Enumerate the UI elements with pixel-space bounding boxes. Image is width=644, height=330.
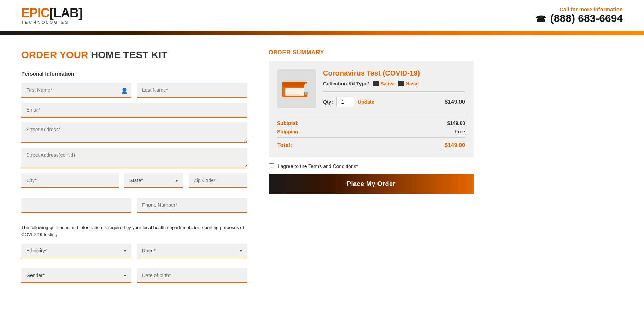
street-address2-field (21, 148, 247, 168)
saliva-checkbox[interactable] (373, 81, 379, 86)
product-image (277, 69, 316, 108)
race-field: Race* White Black or African American As… (137, 244, 247, 258)
state-select-wrapper: State* AL CA NY TX ▼ (124, 173, 183, 188)
zip-field (189, 173, 247, 188)
order-summary-side: ORDER SUMMARY (269, 49, 474, 288)
gender-dob-row: Gender* Male Female Non-binary Prefer no… (21, 268, 247, 288)
logo: EPIC[LAB] TECHNOLOGIES (21, 7, 82, 24)
logo-bracket-open: [ (49, 6, 53, 20)
name-row: 👤 (21, 83, 247, 103)
header: EPIC[LAB] TECHNOLOGIES Call for more inf… (0, 0, 644, 31)
kit-type-label: Collection Kit Type* (323, 81, 369, 86)
product-name: Coronavirus Test (COVID-19) (323, 69, 465, 77)
phone-icon: ☎ (535, 14, 546, 24)
city-input[interactable] (21, 173, 119, 188)
qty-input[interactable] (336, 97, 354, 107)
svg-rect-4 (305, 92, 308, 95)
phone-number-value: (888) 683-6694 (550, 12, 623, 24)
first-name-input[interactable] (21, 83, 131, 98)
person-icon: 👤 (121, 87, 128, 94)
qty-section: Qty: Update (323, 97, 374, 107)
ethnicity-select[interactable]: Ethnicity* Hispanic or Latino Not Hispan… (21, 244, 131, 258)
last-name-field (137, 83, 247, 98)
street-address2-input[interactable] (21, 148, 247, 168)
total-value: $149.00 (445, 142, 465, 149)
state-select[interactable]: State* AL CA NY TX (124, 173, 183, 188)
terms-row: I agree to the Terms and Conditions* (269, 163, 474, 169)
subtotal-value: $149.00 (447, 120, 465, 126)
nasal-option[interactable]: Nasal (398, 81, 419, 86)
order-summary-title: ORDER SUMMARY (269, 49, 474, 56)
summary-card: Coronavirus Test (COVID-19) Collection K… (269, 61, 474, 157)
qty-price-row: Qty: Update $149.00 (323, 97, 465, 107)
email-field (21, 103, 247, 118)
ethnicity-field: Ethnicity* Hispanic or Latino Not Hispan… (21, 244, 131, 258)
health-info-text: The following questions and information … (21, 224, 247, 238)
personal-info-label: Personal Information (21, 71, 247, 77)
qty-label: Qty: (323, 99, 333, 105)
terms-label: I agree to the Terms and Conditions* (278, 163, 358, 169)
phone-field (137, 198, 247, 213)
page-title-highlight: ORDER YOUR (21, 49, 88, 60)
email-input[interactable] (21, 103, 247, 118)
city-state-zip-row: State* AL CA NY TX ▼ (21, 173, 247, 193)
subtotal-label: Subtotal: (277, 120, 299, 126)
logo-text: EPIC[LAB] (21, 7, 82, 19)
terms-checkbox[interactable] (269, 163, 274, 169)
product-info: Coronavirus Test (COVID-19) Collection K… (323, 69, 465, 108)
orange-bar (0, 31, 644, 35)
nasal-label: Nasal (406, 81, 419, 86)
logo-epic: EPIC (21, 6, 49, 20)
place-order-button[interactable]: Place My Order (269, 174, 474, 194)
phone-input[interactable] (137, 198, 247, 213)
saliva-label: Saliva (380, 81, 394, 86)
city-field (21, 173, 119, 188)
total-row: Total: $149.00 (277, 137, 465, 149)
first-name-field: 👤 (21, 83, 131, 98)
street-address-field (21, 122, 247, 143)
shipping-row: Shipping: Free (277, 129, 465, 134)
race-select-wrapper: Race* White Black or African American As… (137, 244, 247, 258)
product-row: Coronavirus Test (COVID-19) Collection K… (277, 69, 465, 108)
gender-select-wrapper: Gender* Male Female Non-binary Prefer no… (21, 268, 131, 283)
first-name-wrapper: 👤 (21, 83, 131, 98)
page-title: ORDER YOUR HOME TEST KIT (21, 49, 247, 61)
saliva-option[interactable]: Saliva (373, 81, 394, 86)
gender-select[interactable]: Gender* Male Female Non-binary Prefer no… (21, 268, 131, 283)
svg-rect-1 (282, 82, 307, 87)
dob-input[interactable] (137, 268, 247, 283)
country-phone-row: United States (21, 198, 247, 218)
zip-input[interactable] (189, 173, 247, 188)
total-label: Total: (277, 142, 292, 149)
logo-bracket-close: ] (78, 6, 82, 20)
country-field: United States (21, 198, 131, 213)
product-image-svg (279, 71, 314, 106)
state-field: State* AL CA NY TX ▼ (124, 173, 183, 188)
update-link[interactable]: Update (358, 99, 374, 105)
svg-rect-2 (285, 88, 304, 96)
dob-field (137, 268, 247, 283)
country-input[interactable]: United States (21, 198, 131, 213)
shipping-label: Shipping: (277, 129, 300, 134)
summary-divider-1 (277, 115, 465, 115)
ethnicity-race-row: Ethnicity* Hispanic or Latino Not Hispan… (21, 244, 247, 263)
phone-number: ☎ (888) 683-6694 (535, 12, 623, 24)
logo-sub: TECHNOLOGIES (21, 20, 82, 24)
last-name-input[interactable] (137, 83, 247, 98)
street-address-input[interactable] (21, 122, 247, 143)
nasal-checkbox[interactable] (398, 81, 404, 86)
call-for-info-text: Call for more information (535, 6, 623, 12)
product-price: $149.00 (445, 99, 465, 105)
header-contact: Call for more information ☎ (888) 683-66… (535, 6, 623, 24)
shipping-value: Free (455, 129, 465, 134)
kit-type-row: Collection Kit Type* Saliva Nasal (323, 81, 465, 92)
subtotal-row: Subtotal: $149.00 (277, 120, 465, 126)
main-content: ORDER YOUR HOME TEST KIT Personal Inform… (0, 35, 495, 302)
page-title-normal: HOME TEST KIT (88, 49, 167, 60)
gender-field: Gender* Male Female Non-binary Prefer no… (21, 268, 131, 283)
ethnicity-select-wrapper: Ethnicity* Hispanic or Latino Not Hispan… (21, 244, 131, 258)
logo-lab: LAB (53, 6, 78, 20)
race-select[interactable]: Race* White Black or African American As… (137, 244, 247, 258)
form-side: ORDER YOUR HOME TEST KIT Personal Inform… (21, 49, 247, 288)
